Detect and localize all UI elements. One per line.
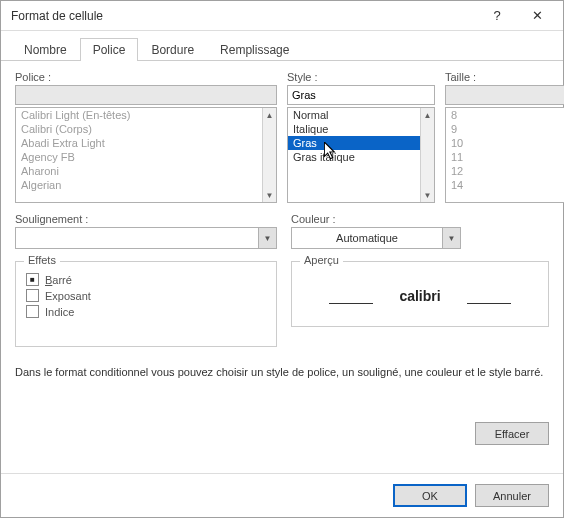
tab-bordure[interactable]: Bordure	[138, 38, 207, 61]
chevron-down-icon[interactable]: ▼	[442, 228, 460, 248]
titlebar: Format de cellule ? ✕	[1, 1, 563, 31]
list-item[interactable]: Calibri (Corps)	[16, 122, 262, 136]
dialog-footer: OK Annuler	[1, 473, 563, 517]
style-label: Style :	[287, 71, 435, 83]
tabstrip: Nombre Police Bordure Remplissage	[1, 31, 563, 61]
tab-police[interactable]: Police	[80, 38, 139, 61]
apercu-title: Aperçu	[300, 254, 343, 266]
effets-group: Effets Barré Exposant Indice	[15, 261, 277, 347]
police-input[interactable]	[15, 85, 277, 105]
list-item[interactable]: Abadi Extra Light	[16, 136, 262, 150]
list-item[interactable]: Algerian	[16, 178, 262, 192]
chevron-down-icon[interactable]: ▼	[258, 228, 276, 248]
list-item[interactable]: 9	[446, 122, 564, 136]
taille-input[interactable]	[445, 85, 564, 105]
help-button[interactable]: ?	[477, 1, 517, 31]
exposant-checkbox-row[interactable]: Exposant	[26, 289, 266, 302]
dialog-title: Format de cellule	[11, 9, 477, 23]
couleur-value: Automatique	[292, 232, 442, 244]
style-input[interactable]	[287, 85, 435, 105]
police-listbox[interactable]: Calibri Light (En-têtes) Calibri (Corps)…	[15, 107, 277, 203]
list-item[interactable]: 10	[446, 136, 564, 150]
effets-title: Effets	[24, 254, 60, 266]
info-text: Dans le format conditionnel vous pouvez …	[15, 365, 549, 380]
couleur-combo[interactable]: Automatique ▼	[291, 227, 461, 249]
list-item[interactable]: 8	[446, 108, 564, 122]
checkbox-icon[interactable]	[26, 305, 39, 318]
tab-nombre[interactable]: Nombre	[11, 38, 80, 61]
list-item[interactable]: Gras	[288, 136, 420, 150]
list-item[interactable]: Calibri Light (En-têtes)	[16, 108, 262, 122]
list-item[interactable]: Italique	[288, 122, 420, 136]
scroll-up-icon[interactable]: ▲	[421, 108, 434, 122]
checkbox-icon[interactable]	[26, 289, 39, 302]
list-item[interactable]: 12	[446, 164, 564, 178]
format-cell-dialog: Format de cellule ? ✕ Nombre Police Bord…	[0, 0, 564, 518]
scroll-down-icon[interactable]: ▼	[421, 188, 434, 202]
list-item[interactable]: 11	[446, 150, 564, 164]
police-label: Police :	[15, 71, 277, 83]
indice-checkbox-row[interactable]: Indice	[26, 305, 266, 318]
preview-text: calibri	[383, 288, 456, 304]
tab-remplissage[interactable]: Remplissage	[207, 38, 302, 61]
preview-line-icon	[467, 303, 511, 304]
scroll-down-icon[interactable]: ▼	[263, 188, 276, 202]
barre-checkbox-row[interactable]: Barré	[26, 273, 266, 286]
soulignement-label: Soulignement :	[15, 213, 277, 225]
scrollbar[interactable]: ▲ ▼	[420, 108, 434, 202]
ok-button[interactable]: OK	[393, 484, 467, 507]
list-item[interactable]: Gras italique	[288, 150, 420, 164]
couleur-label: Couleur :	[291, 213, 549, 225]
soulignement-combo[interactable]: ▼	[15, 227, 277, 249]
checkbox-icon[interactable]	[26, 273, 39, 286]
taille-label: Taille :	[445, 71, 564, 83]
taille-listbox[interactable]: 8 9 10 11 12 14 ▲ ▼	[445, 107, 564, 203]
preview-line-icon	[329, 303, 373, 304]
list-item[interactable]: Agency FB	[16, 150, 262, 164]
apercu-group: Aperçu calibri	[291, 261, 549, 327]
list-item[interactable]: Normal	[288, 108, 420, 122]
cancel-button[interactable]: Annuler	[475, 484, 549, 507]
scroll-up-icon[interactable]: ▲	[263, 108, 276, 122]
close-button[interactable]: ✕	[517, 1, 557, 31]
scrollbar[interactable]: ▲ ▼	[262, 108, 276, 202]
list-item[interactable]: Aharoni	[16, 164, 262, 178]
style-listbox[interactable]: Normal Italique Gras Gras italique ▲ ▼	[287, 107, 435, 203]
list-item[interactable]: 14	[446, 178, 564, 192]
effacer-button[interactable]: Effacer	[475, 422, 549, 445]
